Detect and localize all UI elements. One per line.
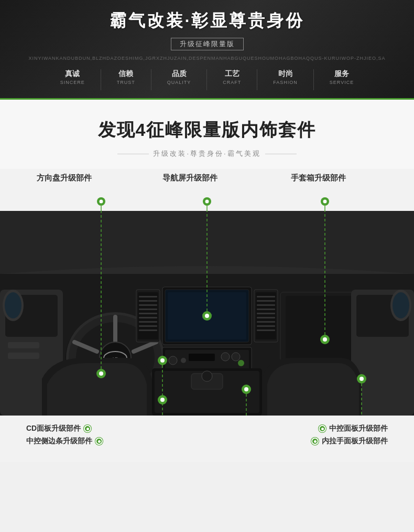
svg-point-16: [5, 292, 21, 318]
svg-rect-33: [139, 300, 157, 302]
svg-point-80: [205, 314, 209, 318]
svg-rect-35: [139, 308, 157, 310]
svg-rect-36: [139, 313, 157, 314]
svg-rect-43: [257, 296, 275, 297]
svg-point-54: [169, 356, 177, 365]
svg-point-92: [359, 377, 364, 381]
svg-rect-50: [257, 325, 275, 327]
qualities-row: 真诚 SINCERE 信赖 TRUST 品质 QUALITY 工艺 CRAFT …: [10, 69, 404, 90]
svg-rect-51: [257, 329, 275, 331]
bottom-left-labels: CD面板升级部件 中控侧边条升级部件: [26, 424, 103, 449]
badge: 升级征峰限量版: [171, 38, 244, 50]
main-title: 霸气改装·彰显尊贵身份: [10, 9, 404, 33]
annotated-block: 方向盘升级部件 导航屏升级部件 手套箱升级部件: [0, 169, 414, 462]
svg-rect-56: [189, 354, 215, 361]
label-center-console: 中控面板升级部件: [311, 424, 388, 433]
svg-rect-39: [139, 325, 157, 327]
quality-quality: 品质 QUALITY: [167, 69, 191, 90]
car-image: LR NAV: [0, 211, 414, 416]
quality-sincere: 真诚 SINCERE: [60, 69, 85, 90]
description-text: XINYIWANKANDUBDUN,BLZHDAZOESHIMG,JGRXZHJ…: [10, 56, 404, 61]
dot-center-strip: [95, 438, 103, 445]
quality-craft: 工艺 CRAFT: [223, 69, 241, 90]
bottom-annotation-area: CD面板升级部件 中控侧边条升级部件 中控面板升级部件 内拉手面板升级部件: [0, 416, 414, 462]
dot-inner-handle: [311, 438, 319, 445]
section-sub-title: 升级改装·尊贵身份·霸气美观: [153, 149, 260, 158]
svg-rect-48: [257, 317, 275, 318]
svg-point-4: [100, 200, 103, 204]
svg-point-8: [323, 200, 327, 204]
svg-rect-37: [139, 317, 157, 318]
label-center-strip: 中控侧边条升级部件: [26, 437, 103, 446]
divider-1: [101, 69, 101, 90]
svg-point-89: [244, 387, 248, 391]
label-inner-handle: 内拉手面板升级部件: [311, 437, 388, 446]
top-annotation-area: 方向盘升级部件 导航屏升级部件 手套箱升级部件: [0, 169, 414, 211]
quality-fashion: 时尚 FASHION: [273, 69, 298, 90]
svg-rect-13: [8, 342, 39, 348]
svg-rect-47: [257, 313, 275, 314]
quality-service: 服务 SERVICE: [330, 69, 354, 90]
svg-point-77: [99, 371, 103, 376]
label-steering: 方向盘升级部件: [37, 173, 92, 183]
svg-rect-32: [139, 296, 157, 297]
label-glovebox: 手套箱升级部件: [291, 173, 346, 183]
svg-point-57: [221, 353, 230, 361]
svg-point-83: [323, 337, 327, 342]
svg-rect-49: [257, 321, 275, 323]
divider-5: [313, 69, 314, 90]
section-title-area: 发现4征峰限量版内饰套件 升级改装·尊贵身份·霸气美观: [0, 100, 414, 169]
label-cd-panel: CD面板升级部件: [26, 424, 103, 433]
svg-point-59: [238, 360, 244, 366]
svg-point-75: [202, 371, 212, 381]
bottom-right-labels: 中控面板升级部件 内拉手面板升级部件: [311, 424, 388, 449]
svg-point-55: [181, 358, 186, 363]
svg-rect-42: [256, 292, 276, 339]
dot-cd-panel: [84, 425, 91, 432]
quality-trust: 信赖 TRUST: [117, 69, 135, 90]
svg-rect-40: [139, 329, 157, 331]
svg-point-95: [160, 398, 165, 402]
svg-rect-45: [257, 304, 275, 306]
main-content: 发现4征峰限量版内饰套件 升级改装·尊贵身份·霸气美观: [0, 100, 414, 462]
divider-3: [206, 69, 207, 90]
section-main-title: 发现4征峰限量版内饰套件: [10, 118, 404, 142]
svg-point-71: [393, 292, 409, 318]
svg-rect-44: [257, 300, 275, 302]
svg-point-58: [232, 353, 240, 361]
car-interior-svg: LR NAV: [0, 211, 414, 416]
svg-rect-46: [257, 308, 275, 310]
svg-rect-14: [8, 353, 39, 359]
divider-2: [151, 69, 151, 90]
dot-center-console: [319, 425, 326, 432]
divider-4: [257, 69, 257, 90]
top-header: 霸气改装·彰显尊贵身份 升级征峰限量版 XINYIWANKANDUBDUN,BL…: [0, 0, 414, 100]
label-navi: 导航屏升级部件: [162, 173, 217, 183]
svg-point-86: [160, 358, 165, 363]
svg-rect-31: [138, 292, 158, 339]
svg-point-6: [205, 200, 209, 204]
svg-rect-34: [139, 304, 157, 306]
svg-rect-38: [139, 321, 157, 323]
